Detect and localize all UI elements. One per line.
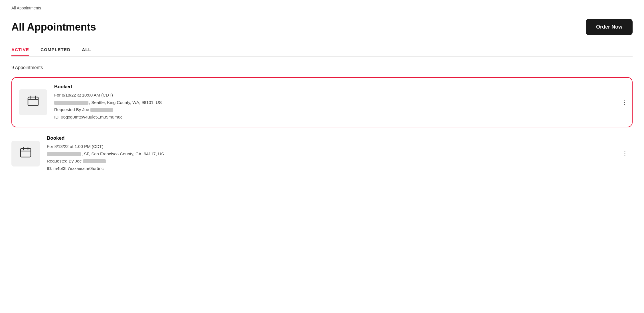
tabs-bar: ACTIVE COMPLETED ALL — [11, 44, 633, 57]
appointment-info: For 8/13/22 at 1:00 PM (CDT) , SF, San F… — [47, 143, 633, 172]
address-redacted — [47, 152, 81, 156]
requested-by: Requested By Joe — [54, 107, 89, 112]
appointment-details: Booked For 8/18/22 at 10:00 AM (CDT) , S… — [54, 84, 625, 121]
appointment-address: , SF, San Francisco County, CA, 94117, U… — [82, 151, 164, 156]
appointment-info: For 8/18/22 at 10:00 AM (CDT) , Seattle,… — [54, 91, 625, 121]
appointment-date: For 8/18/22 at 10:00 AM (CDT) — [54, 93, 113, 97]
page-title: All Appointments — [11, 21, 96, 33]
appointment-id: ID: m4bf3ti7exxaiextnr0fur5nc — [47, 166, 104, 171]
appointment-status: Booked — [47, 135, 633, 141]
appointment-status: Booked — [54, 84, 625, 90]
appointment-address: , Seattle, King County, WA, 98101, US — [89, 100, 162, 105]
appointment-icon-wrapper — [19, 89, 47, 115]
appointment-id: ID: 06gxg0mtew4uuic51m39m0m6c — [54, 115, 122, 119]
table-row[interactable]: Booked For 8/18/22 at 10:00 AM (CDT) , S… — [11, 77, 633, 127]
appointment-details: Booked For 8/13/22 at 1:00 PM (CDT) , SF… — [47, 135, 633, 172]
table-row[interactable]: Booked For 8/13/22 at 1:00 PM (CDT) , SF… — [11, 129, 633, 179]
requester-redacted — [83, 159, 106, 163]
appointments-count: 9 Appointments — [11, 65, 633, 70]
calendar-icon — [27, 95, 39, 110]
order-now-button[interactable]: Order Now — [586, 19, 633, 35]
more-options-button[interactable]: ⋮ — [619, 148, 630, 160]
svg-rect-0 — [28, 97, 38, 106]
appointment-icon-wrapper — [11, 141, 40, 166]
svg-rect-4 — [21, 149, 31, 157]
page-header: All Appointments Order Now — [11, 13, 633, 44]
appointment-date: For 8/13/22 at 1:00 PM (CDT) — [47, 144, 103, 149]
calendar-icon — [19, 146, 32, 161]
breadcrumb: All Appointments — [11, 0, 633, 13]
appointments-list: Booked For 8/18/22 at 10:00 AM (CDT) , S… — [11, 76, 633, 179]
tab-all[interactable]: ALL — [82, 44, 91, 56]
address-redacted — [54, 101, 88, 105]
requester-redacted — [90, 108, 113, 112]
tab-active[interactable]: ACTIVE — [11, 44, 29, 56]
tab-completed[interactable]: COMPLETED — [40, 44, 70, 56]
requested-by: Requested By Joe — [47, 158, 82, 163]
more-options-button[interactable]: ⋮ — [619, 96, 630, 108]
